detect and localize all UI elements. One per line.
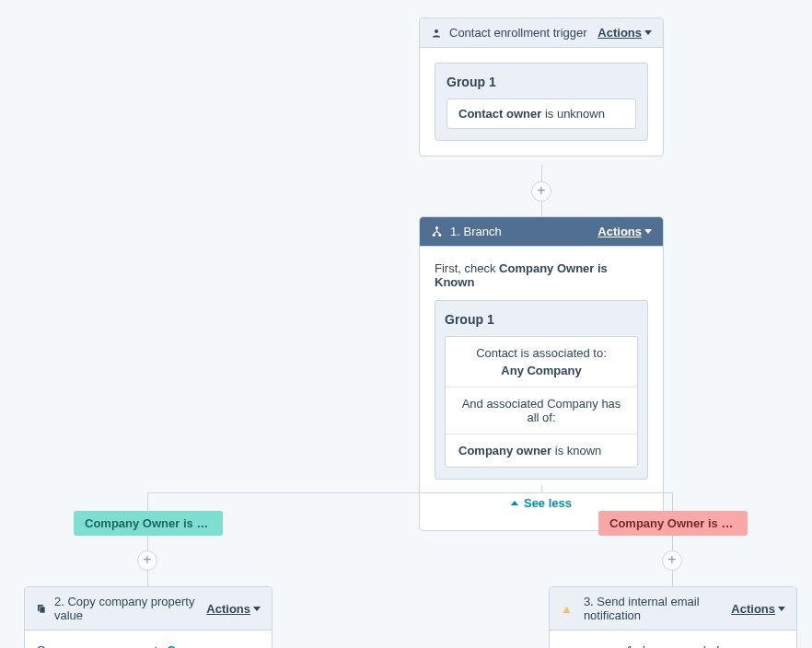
connector-left-stub [147, 492, 148, 511]
left-body-prefix: Copy company property [37, 643, 168, 648]
copy-icon [36, 603, 47, 614]
left-body-link[interactable]: Company owner [167, 643, 260, 648]
right-action-header: ▲ 3. Send internal email notification Ac… [550, 587, 796, 631]
branch-group-title: Group 1 [445, 312, 638, 327]
svg-point-0 [435, 29, 438, 33]
svg-point-1 [435, 226, 438, 229]
right-action-body: 1 change needed [550, 631, 796, 648]
right-step: 3. [584, 595, 594, 608]
contact-icon [431, 28, 442, 39]
branch-card[interactable]: 1. Branch Actions First, check Company O… [419, 216, 664, 531]
branch-cond-prop: Company owner is known [446, 434, 637, 467]
connector-right-stub [672, 492, 673, 511]
trigger-card[interactable]: Contact enrollment trigger Actions Group… [419, 17, 664, 156]
branch-prop-label: Company owner [458, 444, 551, 457]
left-action-header: 2. Copy company property value Actions [25, 587, 272, 631]
right-action-card[interactable]: ▲ 3. Send internal email notification Ac… [549, 586, 797, 648]
trigger-filter-condition: is unknown [541, 107, 605, 121]
chevron-down-icon [644, 229, 652, 234]
right-actions-menu[interactable]: Actions [731, 602, 785, 616]
branch-assoc-target: Any Company [458, 364, 624, 377]
left-step: 2. [54, 595, 64, 608]
branch-and-line: And associated Company has all of: [458, 397, 624, 424]
trigger-group: Group 1 Contact owner is unknown [435, 63, 648, 141]
branch-icon [431, 226, 443, 237]
branch-group: Group 1 Contact is associated to: Any Co… [435, 300, 648, 480]
see-less-label: See less [524, 496, 572, 510]
branch-prop-condition: is known [551, 444, 601, 457]
left-action-card[interactable]: 2. Copy company property value Actions C… [24, 586, 273, 648]
trigger-card-body: Group 1 Contact owner is unknown [420, 48, 663, 156]
trigger-group-title: Group 1 [447, 75, 636, 89]
left-action-body: Copy company property Company owner [25, 631, 272, 648]
trigger-filter-label: Contact owner [458, 107, 541, 121]
left-action-title: 2. Copy company property value [54, 595, 206, 622]
branch-pill-known[interactable]: Company Owner is Known [74, 511, 223, 536]
branch-actions-menu[interactable]: Actions [597, 225, 652, 238]
add-action-button-right[interactable]: + [662, 550, 682, 571]
trigger-card-header: Contact enrollment trigger Actions [420, 18, 663, 48]
actions-label: Actions [206, 602, 250, 616]
actions-label: Actions [597, 26, 642, 40]
branch-title-text: Branch [463, 225, 501, 238]
connector-branch-split [147, 492, 672, 493]
left-title-text: Copy company property value [54, 595, 194, 622]
chevron-down-icon [644, 30, 652, 35]
branch-cond-and: And associated Company has all of: [446, 387, 637, 434]
branch-intro-prefix: First, check [435, 261, 499, 275]
chevron-down-icon [778, 607, 785, 611]
connector-branch-down [541, 485, 542, 492]
branch-card-header: 1. Branch Actions [420, 217, 663, 247]
branch-intro: First, check Company Owner is Known [435, 261, 648, 289]
trigger-actions-menu[interactable]: Actions [597, 26, 652, 40]
branch-assoc-line: Contact is associated to: [458, 346, 624, 360]
left-actions-menu[interactable]: Actions [206, 602, 261, 616]
branch-cond-assoc: Contact is associated to: Any Company [446, 337, 637, 387]
svg-rect-5 [40, 607, 45, 613]
branch-pill-unknown[interactable]: Company Owner is Unkno… [598, 511, 748, 536]
add-action-button-top[interactable]: + [531, 181, 551, 202]
branch-conditions: Contact is associated to: Any Company An… [445, 336, 638, 468]
chevron-up-icon [511, 501, 518, 505]
chevron-down-icon [253, 607, 261, 611]
add-action-button-left[interactable]: + [137, 550, 157, 571]
svg-point-3 [438, 234, 441, 237]
branch-step: 1. [450, 225, 460, 238]
actions-label: Actions [731, 602, 775, 616]
right-title-text: Send internal email notification [584, 595, 700, 622]
actions-label: Actions [597, 225, 642, 238]
right-action-title: 3. Send internal email notification [584, 595, 731, 622]
svg-point-2 [433, 234, 435, 237]
trigger-filter[interactable]: Contact owner is unknown [447, 98, 636, 129]
trigger-title: Contact enrollment trigger [449, 26, 597, 40]
warning-icon: ▲ [561, 602, 573, 616]
branch-title: 1. Branch [450, 225, 597, 238]
